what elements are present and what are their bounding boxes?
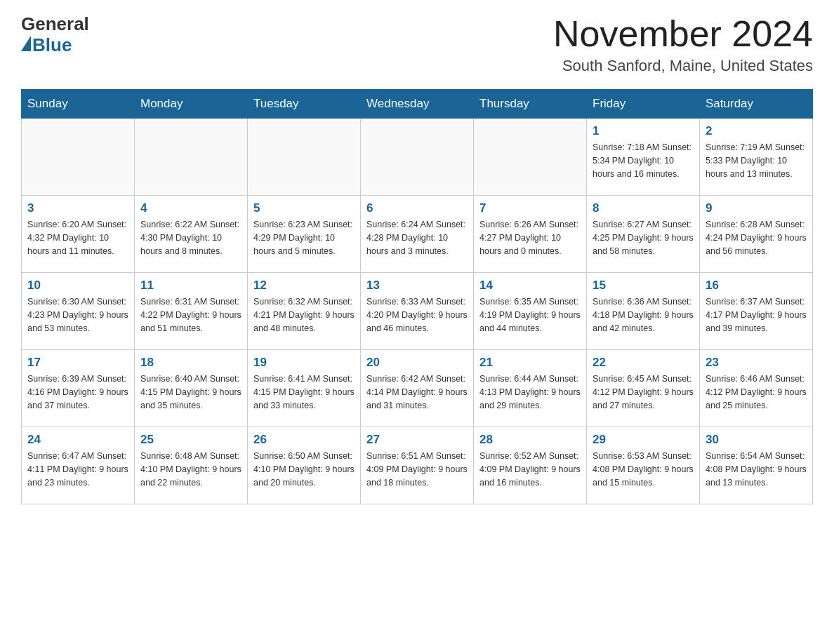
calendar-body: 1Sunrise: 7:18 AM Sunset: 5:34 PM Daylig…: [22, 119, 813, 504]
day-info: Sunrise: 6:27 AM Sunset: 4:25 PM Dayligh…: [593, 218, 694, 257]
day-info: Sunrise: 6:40 AM Sunset: 4:15 PM Dayligh…: [140, 373, 241, 412]
calendar-day-cell: 28Sunrise: 6:52 AM Sunset: 4:09 PM Dayli…: [474, 427, 587, 504]
calendar-header-cell: Monday: [135, 90, 248, 119]
day-number: 29: [593, 433, 694, 447]
day-info: Sunrise: 6:33 AM Sunset: 4:20 PM Dayligh…: [366, 295, 468, 335]
calendar-day-cell: 21Sunrise: 6:44 AM Sunset: 4:13 PM Dayli…: [474, 350, 587, 427]
day-number: 16: [706, 279, 807, 293]
day-info: Sunrise: 6:37 AM Sunset: 4:17 PM Dayligh…: [706, 295, 807, 335]
calendar-header-row: SundayMondayTuesdayWednesdayThursdayFrid…: [22, 90, 813, 119]
calendar-day-cell: 22Sunrise: 6:45 AM Sunset: 4:12 PM Dayli…: [587, 350, 700, 427]
calendar-header-cell: Friday: [587, 90, 700, 119]
day-number: 5: [253, 201, 355, 215]
calendar-day-cell: [248, 119, 361, 196]
calendar-day-cell: 9Sunrise: 6:28 AM Sunset: 4:24 PM Daylig…: [700, 196, 813, 273]
calendar-week-row: 24Sunrise: 6:47 AM Sunset: 4:11 PM Dayli…: [22, 427, 813, 504]
calendar-day-cell: 6Sunrise: 6:24 AM Sunset: 4:28 PM Daylig…: [361, 196, 474, 273]
calendar-day-cell: 29Sunrise: 6:53 AM Sunset: 4:08 PM Dayli…: [587, 427, 700, 504]
calendar-day-cell: 1Sunrise: 7:18 AM Sunset: 5:34 PM Daylig…: [587, 119, 700, 196]
calendar-header-cell: Wednesday: [361, 90, 474, 119]
day-info: Sunrise: 6:41 AM Sunset: 4:15 PM Dayligh…: [253, 373, 355, 412]
calendar-day-cell: 26Sunrise: 6:50 AM Sunset: 4:10 PM Dayli…: [248, 427, 361, 504]
calendar-day-cell: [474, 119, 587, 196]
day-number: 18: [140, 356, 241, 370]
calendar-day-cell: 3Sunrise: 6:20 AM Sunset: 4:32 PM Daylig…: [22, 196, 135, 273]
calendar-day-cell: 23Sunrise: 6:46 AM Sunset: 4:12 PM Dayli…: [700, 350, 813, 427]
calendar-day-cell: [361, 119, 474, 196]
day-number: 24: [27, 433, 128, 447]
calendar-day-cell: 25Sunrise: 6:48 AM Sunset: 4:10 PM Dayli…: [135, 427, 248, 504]
day-number: 17: [27, 356, 128, 370]
day-number: 11: [140, 279, 241, 293]
day-number: 20: [366, 356, 468, 370]
calendar-day-cell: 13Sunrise: 6:33 AM Sunset: 4:20 PM Dayli…: [361, 273, 474, 350]
day-info: Sunrise: 6:46 AM Sunset: 4:12 PM Dayligh…: [706, 373, 807, 412]
calendar-day-cell: 19Sunrise: 6:41 AM Sunset: 4:15 PM Dayli…: [248, 350, 361, 427]
day-number: 14: [479, 279, 581, 293]
calendar-header-cell: Tuesday: [248, 90, 361, 119]
day-info: Sunrise: 6:54 AM Sunset: 4:08 PM Dayligh…: [706, 450, 807, 489]
day-info: Sunrise: 6:39 AM Sunset: 4:16 PM Dayligh…: [27, 373, 128, 412]
day-number: 6: [366, 201, 468, 215]
day-number: 7: [479, 201, 581, 215]
calendar-day-cell: 16Sunrise: 6:37 AM Sunset: 4:17 PM Dayli…: [700, 273, 813, 350]
day-info: Sunrise: 6:23 AM Sunset: 4:29 PM Dayligh…: [253, 218, 355, 257]
logo-triangle-icon: [21, 36, 31, 51]
title-block: November 2024 South Sanford, Maine, Unit…: [553, 14, 813, 75]
calendar-header: SundayMondayTuesdayWednesdayThursdayFrid…: [22, 90, 813, 119]
day-number: 3: [27, 201, 128, 215]
day-info: Sunrise: 6:35 AM Sunset: 4:19 PM Dayligh…: [479, 295, 581, 335]
calendar-week-row: 3Sunrise: 6:20 AM Sunset: 4:32 PM Daylig…: [22, 196, 813, 273]
day-info: Sunrise: 6:36 AM Sunset: 4:18 PM Dayligh…: [593, 295, 694, 335]
calendar-week-row: 10Sunrise: 6:30 AM Sunset: 4:23 PM Dayli…: [22, 273, 813, 350]
day-number: 21: [479, 356, 581, 370]
day-number: 13: [366, 279, 468, 293]
day-info: Sunrise: 7:18 AM Sunset: 5:34 PM Dayligh…: [593, 141, 694, 180]
day-info: Sunrise: 6:52 AM Sunset: 4:09 PM Dayligh…: [479, 450, 581, 489]
day-info: Sunrise: 6:24 AM Sunset: 4:28 PM Dayligh…: [366, 218, 468, 257]
calendar-day-cell: 24Sunrise: 6:47 AM Sunset: 4:11 PM Dayli…: [22, 427, 135, 504]
calendar-day-cell: 10Sunrise: 6:30 AM Sunset: 4:23 PM Dayli…: [22, 273, 135, 350]
calendar-week-row: 1Sunrise: 7:18 AM Sunset: 5:34 PM Daylig…: [22, 119, 813, 196]
day-info: Sunrise: 6:53 AM Sunset: 4:08 PM Dayligh…: [593, 450, 694, 489]
day-number: 4: [140, 201, 241, 215]
day-info: Sunrise: 6:28 AM Sunset: 4:24 PM Dayligh…: [706, 218, 807, 257]
day-info: Sunrise: 6:20 AM Sunset: 4:32 PM Dayligh…: [27, 218, 128, 257]
calendar-day-cell: 17Sunrise: 6:39 AM Sunset: 4:16 PM Dayli…: [22, 350, 135, 427]
day-info: Sunrise: 6:51 AM Sunset: 4:09 PM Dayligh…: [366, 450, 468, 489]
calendar-day-cell: [22, 119, 135, 196]
day-number: 12: [253, 279, 355, 293]
day-number: 28: [479, 433, 581, 447]
calendar-day-cell: 20Sunrise: 6:42 AM Sunset: 4:14 PM Dayli…: [361, 350, 474, 427]
day-info: Sunrise: 6:31 AM Sunset: 4:22 PM Dayligh…: [140, 295, 241, 335]
calendar-day-cell: 2Sunrise: 7:19 AM Sunset: 5:33 PM Daylig…: [700, 119, 813, 196]
calendar-table: SundayMondayTuesdayWednesdayThursdayFrid…: [21, 89, 813, 504]
day-info: Sunrise: 6:30 AM Sunset: 4:23 PM Dayligh…: [27, 295, 128, 335]
location-title: South Sanford, Maine, United States: [553, 57, 813, 75]
calendar-day-cell: 12Sunrise: 6:32 AM Sunset: 4:21 PM Dayli…: [248, 273, 361, 350]
month-title: November 2024: [553, 14, 813, 54]
calendar-day-cell: 30Sunrise: 6:54 AM Sunset: 4:08 PM Dayli…: [700, 427, 813, 504]
day-info: Sunrise: 6:44 AM Sunset: 4:13 PM Dayligh…: [479, 373, 581, 412]
calendar-day-cell: 18Sunrise: 6:40 AM Sunset: 4:15 PM Dayli…: [135, 350, 248, 427]
day-info: Sunrise: 6:26 AM Sunset: 4:27 PM Dayligh…: [479, 218, 581, 257]
page-header: General Blue November 2024 South Sanford…: [21, 14, 813, 75]
day-number: 23: [706, 356, 807, 370]
calendar-day-cell: 14Sunrise: 6:35 AM Sunset: 4:19 PM Dayli…: [474, 273, 587, 350]
calendar-header-cell: Thursday: [474, 90, 587, 119]
day-info: Sunrise: 6:45 AM Sunset: 4:12 PM Dayligh…: [593, 373, 694, 412]
calendar-day-cell: 5Sunrise: 6:23 AM Sunset: 4:29 PM Daylig…: [248, 196, 361, 273]
day-number: 22: [593, 356, 694, 370]
calendar-week-row: 17Sunrise: 6:39 AM Sunset: 4:16 PM Dayli…: [22, 350, 813, 427]
day-info: Sunrise: 6:50 AM Sunset: 4:10 PM Dayligh…: [253, 450, 355, 489]
day-info: Sunrise: 7:19 AM Sunset: 5:33 PM Dayligh…: [706, 141, 807, 180]
day-info: Sunrise: 6:22 AM Sunset: 4:30 PM Dayligh…: [140, 218, 241, 257]
day-number: 19: [253, 356, 355, 370]
calendar-day-cell: 15Sunrise: 6:36 AM Sunset: 4:18 PM Dayli…: [587, 273, 700, 350]
day-number: 9: [706, 201, 807, 215]
calendar-day-cell: 8Sunrise: 6:27 AM Sunset: 4:25 PM Daylig…: [587, 196, 700, 273]
day-info: Sunrise: 6:47 AM Sunset: 4:11 PM Dayligh…: [27, 450, 128, 489]
day-number: 26: [253, 433, 355, 447]
calendar-header-cell: Sunday: [22, 90, 135, 119]
day-number: 2: [706, 124, 807, 138]
